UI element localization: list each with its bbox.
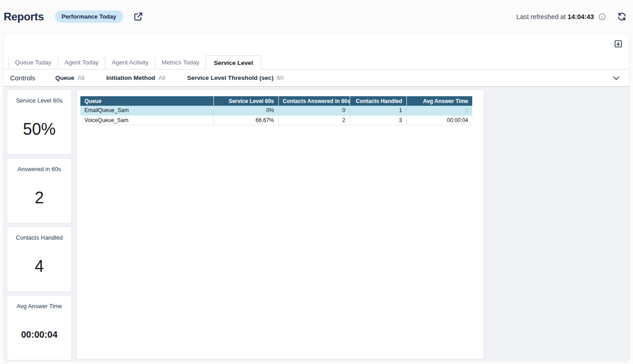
tab-agent-today[interactable]: Agent Today bbox=[58, 56, 105, 69]
service-level-table: Queue Service Level 60s Contacts Answere… bbox=[80, 96, 472, 125]
report-tabs: Queue Today Agent Today Agent Activity M… bbox=[4, 55, 629, 69]
external-link-icon bbox=[133, 11, 143, 22]
tab-queue-today[interactable]: Queue Today bbox=[8, 56, 58, 69]
card-toolbar bbox=[4, 34, 629, 55]
info-button[interactable] bbox=[598, 13, 606, 21]
kpi-value: 00:00:04 bbox=[21, 330, 57, 340]
performance-today-badge[interactable]: Performance Today bbox=[55, 10, 123, 23]
control-service-level-threshold-value: 60 bbox=[277, 74, 283, 81]
refresh-icon bbox=[617, 12, 627, 21]
table-row[interactable]: VoiceQueue_Sam 66.67% 2 3 00:00:04 bbox=[80, 115, 472, 125]
column-header-service-level-60s[interactable]: Service Level 60s bbox=[213, 96, 278, 106]
download-button[interactable] bbox=[613, 39, 623, 49]
controls-bar: Controls Queue All Initiation Method All… bbox=[4, 69, 629, 87]
tab-agent-activity[interactable]: Agent Activity bbox=[105, 56, 155, 69]
controls-collapse-button[interactable] bbox=[610, 72, 622, 84]
table-cell[interactable]: 1 bbox=[350, 106, 406, 115]
app-header: Reports Performance Today Last refreshed… bbox=[0, 0, 633, 33]
table-cell[interactable]: :: bbox=[406, 106, 472, 115]
kpi-title: Avg Answer Time bbox=[14, 303, 64, 310]
last-refreshed-time: 14:04:43 bbox=[568, 13, 594, 20]
column-header-contacts-answered-in-60s[interactable]: Contacts Answered in 60s bbox=[278, 96, 350, 106]
table-row[interactable]: EmailQueue_Sam 0% 0 1 :: bbox=[80, 106, 472, 115]
info-circle-icon bbox=[598, 13, 606, 21]
control-queue[interactable]: Queue All bbox=[55, 74, 84, 81]
table-cell[interactable]: 00:00:04 bbox=[406, 115, 472, 125]
dashboard-sheet: Service Level 60s 50% Answered in 60s 2 … bbox=[4, 87, 629, 360]
kpi-title: Service Level 60s bbox=[13, 97, 65, 104]
kpi-value: 4 bbox=[35, 257, 44, 276]
open-in-new-window-button[interactable] bbox=[133, 11, 143, 22]
kpi-column: Service Level 60s 50% Answered in 60s 2 … bbox=[7, 89, 72, 361]
page-title: Reports bbox=[4, 10, 44, 23]
table-header-row: Queue Service Level 60s Contacts Answere… bbox=[80, 96, 472, 106]
column-header-avg-answer-time[interactable]: Avg Answer Time bbox=[406, 96, 472, 106]
control-initiation-method[interactable]: Initiation Method All bbox=[106, 74, 165, 81]
column-header-queue[interactable]: Queue bbox=[80, 96, 213, 106]
kpi-value: 2 bbox=[35, 188, 44, 207]
last-refreshed-text: Last refreshed at 14:04:43 bbox=[516, 13, 594, 20]
control-queue-value: All bbox=[78, 74, 84, 81]
table-cell[interactable]: 2 bbox=[278, 115, 350, 125]
kpi-contacts-handled: Contacts Handled 4 bbox=[7, 226, 72, 292]
kpi-answered-in-60s: Answered in 60s 2 bbox=[7, 158, 72, 223]
table-cell[interactable]: 66.67% bbox=[213, 115, 278, 125]
control-queue-label: Queue bbox=[55, 74, 74, 81]
kpi-avg-answer-time: Avg Answer Time 00:00:04 bbox=[7, 295, 72, 360]
table-cell[interactable]: EmailQueue_Sam bbox=[80, 106, 213, 115]
kpi-service-level-60s: Service Level 60s 50% bbox=[7, 89, 72, 155]
controls-label: Controls bbox=[10, 74, 35, 82]
refresh-button[interactable] bbox=[617, 12, 627, 21]
kpi-title: Contacts Handled bbox=[13, 234, 65, 241]
table-cell[interactable]: VoiceQueue_Sam bbox=[80, 115, 213, 125]
kpi-title: Answered in 60s bbox=[15, 166, 64, 172]
control-service-level-threshold[interactable]: Service Level Threshold (sec) 60 bbox=[187, 74, 284, 81]
tab-service-level[interactable]: Service Level bbox=[206, 55, 261, 69]
tab-metrics-today[interactable]: Metrics Today bbox=[155, 56, 206, 69]
dashboard-card: Queue Today Agent Today Agent Activity M… bbox=[3, 33, 630, 361]
table-cell[interactable]: 3 bbox=[350, 115, 406, 125]
control-initiation-method-value: All bbox=[158, 74, 165, 81]
download-icon bbox=[613, 39, 623, 49]
chevron-down-icon bbox=[611, 73, 621, 83]
table-cell[interactable]: 0% bbox=[213, 106, 278, 115]
control-initiation-method-label: Initiation Method bbox=[106, 74, 155, 81]
header-right: Last refreshed at 14:04:43 bbox=[516, 12, 627, 21]
service-level-table-panel: Queue Service Level 60s Contacts Answere… bbox=[76, 89, 484, 359]
table-cell[interactable]: 0 bbox=[278, 106, 350, 115]
kpi-value: 50% bbox=[23, 120, 55, 139]
control-service-level-threshold-label: Service Level Threshold (sec) bbox=[187, 74, 274, 81]
column-header-contacts-handled[interactable]: Contacts Handled bbox=[350, 96, 406, 106]
